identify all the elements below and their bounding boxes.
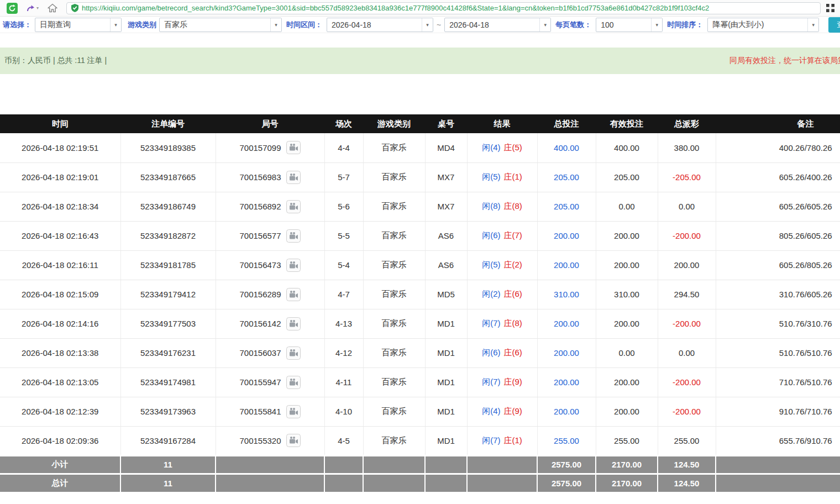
extensions-grid-icon[interactable] — [826, 4, 834, 12]
chevron-down-icon[interactable]: ▾ — [36, 6, 39, 11]
result-cell: 闲(4)庄(5) — [467, 133, 537, 162]
time-from-select[interactable]: 2026-04-18 ▾ — [327, 18, 433, 32]
chevron-down-icon: ▾ — [807, 18, 818, 32]
remark-cell: 310.76/605.26 — [716, 280, 840, 309]
replay-video-icon[interactable] — [286, 317, 301, 330]
round-cell: 700157099 — [216, 133, 324, 162]
round-id: 700156983 — [239, 172, 281, 182]
round-cell: 700156577 — [216, 221, 324, 250]
remark-cell: 605.26/400.26 — [716, 162, 840, 192]
round-cell: 700156142 — [216, 309, 324, 338]
game-type-select[interactable]: 百家乐 ▾ — [159, 18, 282, 32]
round-id: 700156289 — [239, 290, 281, 299]
result-player: 闲(4) — [482, 406, 500, 416]
remark-cell: 710.76/510.76 — [716, 368, 840, 397]
range-separator: ~ — [437, 20, 441, 29]
replay-video-icon[interactable] — [286, 347, 301, 360]
currency-total-text: 币别：人民币 | 总共 :11 注单 | — [4, 56, 107, 66]
game-type-cell: 百家乐 — [363, 162, 425, 192]
session-cell: 5-7 — [324, 162, 363, 192]
total-label: 总计 — [0, 474, 120, 492]
table-row: 2026-04-18 02:14:16 523349177503 7001561… — [0, 309, 840, 338]
subtotal-total-bet: 2575.00 — [537, 455, 596, 474]
round-id: 700156037 — [239, 348, 281, 358]
bet-id-cell: 523349187665 — [120, 162, 216, 192]
round-id: 700155947 — [239, 377, 281, 387]
result-cell: 闲(7)庄(1) — [467, 426, 537, 455]
session-cell: 4-13 — [324, 309, 363, 338]
filter-bar: 请选择： 日期查询 ▾ 游戏类别 百家乐 ▾ 时间区间： 2026-04-18 … — [0, 17, 840, 33]
col-header-table-no: 桌号 — [425, 114, 467, 133]
game-type-cell: 百家乐 — [363, 426, 425, 455]
records-body: 2026-04-18 02:19:51 523349189385 7001570… — [0, 133, 840, 455]
table-no-cell: AS6 — [425, 221, 467, 250]
result-player: 闲(5) — [482, 172, 500, 181]
replay-video-icon[interactable] — [286, 376, 301, 389]
replay-video-icon[interactable] — [286, 200, 301, 213]
table-no-cell: AS6 — [425, 250, 467, 280]
time-cell: 2026-04-18 02:14:16 — [0, 309, 120, 338]
time-cell: 2026-04-18 02:19:51 — [0, 133, 120, 162]
col-header-time: 时间 — [0, 114, 120, 133]
replay-video-icon[interactable] — [286, 288, 301, 301]
result-player: 闲(7) — [482, 377, 500, 386]
session-cell: 4-5 — [324, 426, 363, 455]
remark-cell: 510.76/510.76 — [716, 338, 840, 368]
time-sort-select[interactable]: 降幂(由大到小) ▾ — [707, 18, 819, 32]
search-button[interactable]: 查询 — [828, 17, 840, 33]
result-banker: 庄(5) — [504, 143, 522, 152]
round-id: 700155320 — [239, 436, 281, 445]
time-cell: 2026-04-18 02:15:09 — [0, 280, 120, 309]
result-player: 闲(5) — [482, 260, 500, 269]
table-no-cell: MD1 — [425, 426, 467, 455]
result-player: 闲(7) — [482, 318, 500, 328]
total-valid-bet: 2170.00 — [596, 474, 658, 492]
result-cell: 闲(4)庄(9) — [467, 397, 537, 426]
session-cell: 5-5 — [324, 221, 363, 250]
subtotal-count: 11 — [120, 455, 216, 474]
table-row: 2026-04-18 02:13:38 523349176231 7001560… — [0, 338, 840, 368]
subtotal-payout: 124.50 — [658, 455, 716, 474]
payout-cell: 294.50 — [658, 280, 716, 309]
page-size-select[interactable]: 100 ▾ — [596, 18, 663, 32]
bet-records-table: 时间 注单编号 局号 场次 游戏类别 桌号 结果 总投注 有效投注 总派彩 备注… — [0, 114, 840, 492]
address-bar[interactable]: https://kiqiiu.com/game/betrecord_search… — [66, 2, 821, 14]
result-banker: 庄(8) — [504, 201, 522, 211]
round-id: 700157099 — [239, 143, 281, 153]
replay-video-icon[interactable] — [286, 259, 301, 272]
home-icon[interactable] — [48, 3, 57, 13]
replay-video-icon[interactable] — [286, 405, 301, 418]
date-query-select[interactable]: 日期查询 ▾ — [35, 18, 122, 32]
bet-id-cell: 523349186749 — [120, 192, 216, 221]
bet-id-cell: 523349181785 — [120, 250, 216, 280]
remark-cell: 605.26/605.26 — [716, 192, 840, 221]
game-type-cell: 百家乐 — [363, 192, 425, 221]
time-to-select[interactable]: 2026-04-18 ▾ — [444, 18, 551, 32]
replay-video-icon[interactable] — [286, 141, 301, 154]
table-no-cell: MD4 — [425, 133, 467, 162]
time-from-value: 2026-04-18 — [327, 20, 376, 29]
game-type-cell: 百家乐 — [363, 280, 425, 309]
table-row: 2026-04-18 02:16:11 523349181785 7001564… — [0, 250, 840, 280]
replay-video-icon[interactable] — [286, 171, 301, 184]
table-row: 2026-04-18 02:19:51 523349189385 7001570… — [0, 133, 840, 162]
round-id: 700156473 — [239, 260, 281, 270]
time-to-value: 2026-04-18 — [445, 20, 494, 29]
chevron-down-icon: ▾ — [539, 18, 550, 32]
col-header-round-id: 局号 — [216, 114, 324, 133]
bet-id-cell: 523349173963 — [120, 397, 216, 426]
total-count: 11 — [120, 474, 216, 492]
result-banker: 庄(6) — [504, 348, 522, 357]
refresh-icon[interactable] — [7, 3, 18, 14]
bet-id-cell: 523349174981 — [120, 368, 216, 397]
remark-cell: 910.76/710.76 — [716, 397, 840, 426]
replay-video-icon[interactable] — [286, 434, 301, 447]
undo-icon[interactable]: ▾ — [25, 4, 39, 12]
replay-video-icon[interactable] — [286, 229, 301, 243]
chevron-down-icon: ▾ — [270, 18, 281, 32]
table-footer: 小计 11 2575.00 2170.00 124.50 总计 11 2575.… — [0, 455, 840, 492]
valid-bet-cell: 205.00 — [596, 162, 658, 192]
chevron-down-icon: ▾ — [422, 18, 433, 32]
payout-cell: -200.00 — [658, 397, 716, 426]
session-cell: 4-10 — [324, 397, 363, 426]
